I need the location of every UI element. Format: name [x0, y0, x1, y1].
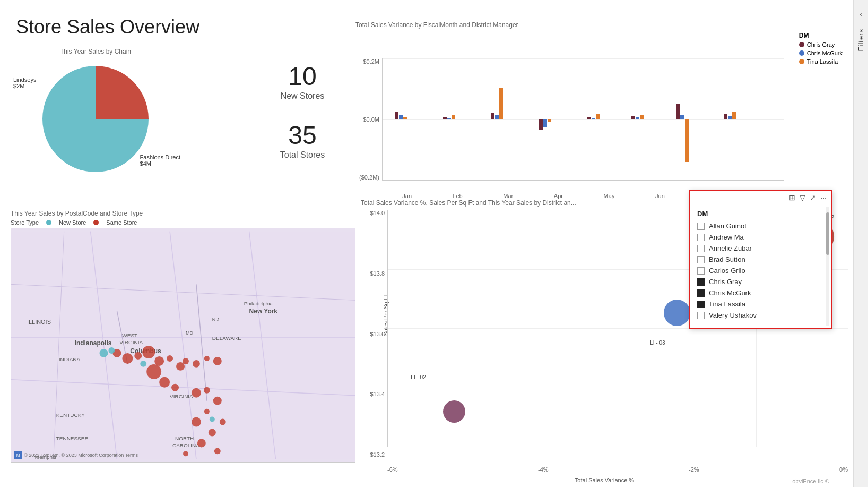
svg-point-42	[146, 364, 161, 379]
bar-apr-mcgurk	[543, 119, 547, 127]
svg-point-35	[154, 356, 164, 366]
svg-point-33	[134, 352, 142, 360]
legend-item-tinalassila: Tina Lassila	[799, 58, 843, 65]
grid-bot	[383, 180, 784, 180]
grid-top	[383, 58, 784, 59]
y-label-mid: $0.0M	[363, 116, 379, 123]
bar-mar-lassila	[499, 88, 503, 119]
bar-mar-gray	[491, 113, 494, 119]
svg-point-34	[142, 346, 155, 358]
legend-item-chrismcgurk: Chris McGurk	[799, 50, 843, 56]
filter-item-chrisgray[interactable]: Chris Gray	[697, 278, 823, 286]
filter-label-tinalassila: Tina Lassila	[709, 300, 745, 308]
collapse-arrow-icon[interactable]: ‹	[860, 11, 862, 18]
checkbox-annelie[interactable]	[697, 245, 705, 252]
pie-chart-svg	[37, 61, 154, 177]
expand-icon[interactable]: ⤢	[810, 193, 816, 202]
svg-text:N.J.: N.J.	[212, 317, 221, 322]
svg-point-36	[167, 355, 173, 362]
map-section-title: This Year Sales by PostalCode and Store …	[11, 210, 355, 217]
pie-fashions-label: Fashions Direct $4M	[140, 154, 180, 167]
filter-item-brad[interactable]: Brad Sutton	[697, 255, 823, 263]
y-label-top: $0.2M	[363, 58, 379, 65]
checkbox-chrisgray[interactable]	[697, 278, 705, 286]
bar-chart-title: Total Sales Variance by FiscalMonth and …	[355, 21, 848, 29]
sx-0pct: 0%	[839, 466, 848, 473]
filters-label[interactable]: Filters	[857, 29, 865, 51]
store-type-legend: Store Type New Store Same Store	[11, 219, 355, 226]
filter-item-annelie[interactable]: Annelie Zubar	[697, 244, 823, 252]
x-apr: Apr	[554, 193, 563, 199]
total-stores-label: Total Stores	[260, 150, 345, 160]
filter-icon[interactable]: ▽	[800, 193, 805, 202]
svg-text:New York: New York	[249, 307, 278, 315]
checkbox-carlos[interactable]	[697, 267, 705, 275]
more-icon[interactable]: ···	[820, 193, 827, 202]
map-svg: ILLINOIS Indianapolis INDIANA Columbus W…	[11, 228, 355, 462]
bar-jul-gray-pos	[676, 104, 680, 119]
bar-group-jul-pos	[676, 104, 684, 119]
svg-point-57	[210, 417, 215, 422]
pie-lindseys-label: Lindseys $2M	[13, 76, 36, 89]
svg-point-44	[171, 384, 179, 391]
filter-label-valery: Valery Ushakov	[709, 311, 757, 319]
x-mar: Mar	[503, 193, 513, 199]
svg-text:NORTH: NORTH	[175, 435, 194, 441]
svg-point-55	[99, 349, 108, 357]
bar-chart-section: Total Sales Variance by FiscalMonth and …	[355, 21, 848, 202]
filter-item-valery[interactable]: Valery Ushakov	[697, 311, 823, 319]
same-store-dot	[93, 220, 99, 225]
bar-jan-mcgurk	[399, 115, 403, 119]
store-type-label: Store Type	[11, 219, 39, 226]
filter-item-andrew[interactable]: Andrew Ma	[697, 233, 823, 241]
scatter-point-li03	[664, 300, 690, 326]
main-content: Store Sales Overview This Year Sales by …	[0, 0, 853, 487]
bar-feb-gray	[443, 117, 447, 119]
scatter-grid-4	[388, 388, 848, 388]
checkbox-valery[interactable]	[697, 312, 705, 319]
filter-item-tinalassila[interactable]: Tina Lassila	[697, 300, 823, 308]
filter-panel: ⊞ ▽ ⤢ ··· DM Allan Guinot Andrew Ma Anne…	[689, 190, 832, 329]
svg-text:MD: MD	[186, 330, 193, 336]
svg-point-48	[204, 409, 210, 414]
checkbox-andrew[interactable]	[697, 234, 705, 241]
checkbox-allan[interactable]	[697, 223, 705, 230]
svg-text:WEST: WEST	[122, 332, 137, 338]
new-store-dot	[46, 220, 51, 225]
filter-scrollbar[interactable]	[826, 207, 829, 326]
total-stores-number: 35	[260, 123, 345, 148]
filter-item-allan[interactable]: Allan Guinot	[697, 222, 823, 230]
bar-jun-lassila	[640, 115, 644, 119]
filter-item-chrismcgurk[interactable]: Chris McGurk	[697, 289, 823, 297]
bar-apr-lassila	[548, 119, 551, 122]
resize-icon[interactable]: ⊞	[789, 193, 795, 202]
svg-point-39	[193, 360, 200, 368]
svg-text:CAROLINA: CAROLINA	[172, 442, 199, 448]
bar-may-gray	[587, 117, 591, 119]
sx-2pct: -2%	[689, 466, 699, 473]
sy-14: $14.0	[370, 210, 385, 216]
scatter-vgrid-2	[572, 210, 572, 447]
svg-point-50	[220, 419, 226, 425]
filter-scrollbar-thumb[interactable]	[826, 212, 829, 255]
bar-group-mar	[491, 88, 503, 119]
legend-item-chrisgray: Chris Gray	[799, 41, 843, 48]
svg-point-51	[209, 429, 216, 437]
svg-point-58	[140, 361, 146, 367]
sx-4pct: -4%	[538, 466, 549, 473]
footer: obviEnce llc ©	[792, 478, 829, 484]
checkbox-brad[interactable]	[697, 256, 705, 263]
checkbox-tinalassila[interactable]	[697, 301, 705, 308]
bar-aug-gray	[724, 114, 727, 119]
bar-aug-mcgurk	[728, 116, 732, 119]
checkbox-chrismcgurk[interactable]	[697, 289, 705, 297]
svg-text:VIRGINIA: VIRGINIA	[170, 394, 193, 399]
sy-134: $13.4	[370, 391, 385, 397]
bar-chart-area	[382, 58, 784, 181]
svg-text:Indianapolis: Indianapolis	[75, 339, 112, 347]
chrisgray-dot	[799, 42, 804, 47]
filter-label-chrismcgurk: Chris McGurk	[709, 289, 751, 297]
map-container[interactable]: ILLINOIS Indianapolis INDIANA Columbus W…	[11, 228, 355, 463]
filter-item-carlos[interactable]: Carlos Grilo	[697, 267, 823, 275]
kpi-divider	[260, 112, 345, 112]
